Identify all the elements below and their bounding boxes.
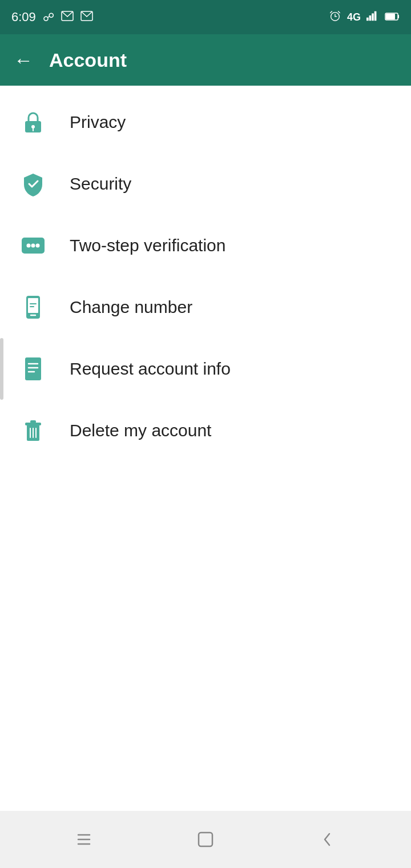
menu-item-delete-account[interactable]: Delete my account [0, 400, 411, 461]
image-icon: ☍ [43, 10, 54, 24]
scroll-indicator [0, 338, 3, 400]
status-right: 4G [329, 10, 400, 25]
request-account-info-label: Request account info [70, 359, 231, 379]
back-nav-button[interactable] [304, 822, 350, 857]
svg-point-20 [36, 244, 40, 248]
svg-rect-39 [199, 833, 212, 846]
toolbar: ← Account [0, 34, 411, 86]
page-title: Account [49, 49, 127, 71]
security-label: Security [70, 174, 131, 194]
status-bar: 6:09 ☍ 4G [0, 0, 411, 34]
recent-apps-button[interactable] [61, 822, 107, 857]
4g-icon: 4G [347, 11, 361, 23]
lock-icon [17, 106, 49, 138]
nav-bar [0, 811, 411, 868]
shield-icon [17, 168, 49, 200]
svg-line-5 [331, 11, 332, 13]
status-left: 6:09 ☍ [11, 10, 93, 25]
svg-rect-22 [28, 298, 38, 313]
two-step-label: Two-step verification [70, 236, 225, 255]
svg-rect-32 [30, 420, 36, 423]
gmail2-icon [80, 11, 93, 24]
alarm-icon [329, 10, 341, 25]
document-icon [17, 353, 49, 385]
svg-point-19 [31, 244, 35, 248]
svg-rect-13 [386, 14, 395, 19]
back-button[interactable]: ← [14, 49, 33, 71]
svg-rect-26 [25, 357, 41, 380]
menu-item-change-number[interactable]: Change number [0, 276, 411, 338]
change-number-label: Change number [70, 298, 192, 317]
svg-rect-7 [366, 17, 369, 21]
svg-line-6 [338, 11, 340, 13]
svg-rect-12 [398, 15, 399, 18]
delete-account-label: Delete my account [70, 421, 211, 440]
menu-item-two-step[interactable]: Two-step verification [0, 215, 411, 276]
svg-rect-10 [374, 11, 377, 21]
privacy-label: Privacy [70, 112, 126, 132]
menu-list: Privacy Security Two-step verification [0, 86, 411, 811]
signal-icon [366, 11, 379, 24]
home-button[interactable] [183, 822, 228, 857]
menu-item-security[interactable]: Security [0, 153, 411, 215]
status-time: 6:09 [11, 10, 36, 25]
trash-icon [17, 415, 49, 447]
svg-rect-9 [372, 13, 374, 21]
svg-point-18 [27, 244, 31, 248]
gmail-icon [61, 11, 74, 24]
menu-item-request-account-info[interactable]: Request account info [0, 338, 411, 400]
svg-rect-8 [369, 15, 372, 21]
dots-icon [17, 230, 49, 262]
battery-icon [385, 11, 400, 24]
menu-item-privacy[interactable]: Privacy [0, 91, 411, 153]
phone-edit-icon [17, 291, 49, 323]
